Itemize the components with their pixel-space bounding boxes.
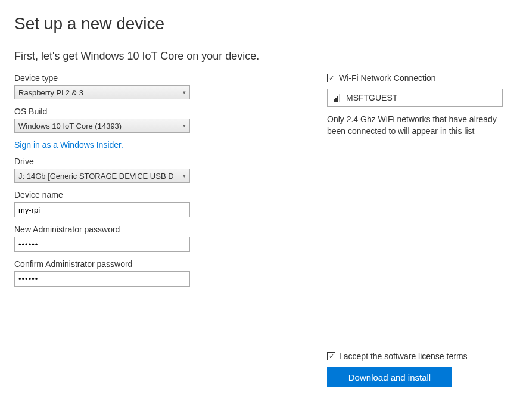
chevron-down-icon: ▾ [183,173,186,179]
os-build-dropdown[interactable]: Windows 10 IoT Core (14393) ▾ [14,119,190,133]
confirm-password-label: Confirm Administrator password [14,259,220,269]
os-build-label: OS Build [14,107,220,116]
drive-value: J: 14Gb [Generic STORAGE DEVICE USB D [18,172,174,181]
windows-insider-link[interactable]: Sign in as a Windows Insider. [14,140,123,150]
new-password-label: New Administrator password [14,225,220,234]
wifi-signal-icon [334,94,340,102]
confirm-password-input[interactable] [14,271,190,287]
os-build-value: Windows 10 IoT Core (14393) [18,122,122,130]
drive-label: Drive [14,157,220,166]
new-password-input[interactable] [14,237,190,252]
device-type-label: Device type [14,73,220,83]
page-subtitle: First, let's get Windows 10 IoT Core on … [14,50,506,63]
wifi-checkbox[interactable]: ✓ [327,74,335,82]
license-label: I accept the software license terms [339,351,468,361]
device-name-label: Device name [14,190,220,200]
device-name-input[interactable] [14,202,190,217]
wifi-checkbox-label: Wi-Fi Network Connection [339,73,436,83]
chevron-down-icon: ▾ [183,89,186,95]
drive-dropdown[interactable]: J: 14Gb [Generic STORAGE DEVICE USB D ▾ [14,169,190,183]
device-type-value: Raspberry Pi 2 & 3 [18,88,83,97]
wifi-network-item[interactable]: MSFTGUEST [327,89,503,107]
license-checkbox[interactable]: ✓ [327,352,335,360]
download-install-button[interactable]: Download and install [327,367,452,387]
chevron-down-icon: ▾ [183,123,186,129]
wifi-network-name: MSFTGUEST [346,93,397,102]
wifi-hint-text: Only 2.4 Ghz WiFi networks that have alr… [327,114,506,137]
device-type-dropdown[interactable]: Raspberry Pi 2 & 3 ▾ [14,85,190,99]
page-title: Set up a new device [14,14,506,33]
